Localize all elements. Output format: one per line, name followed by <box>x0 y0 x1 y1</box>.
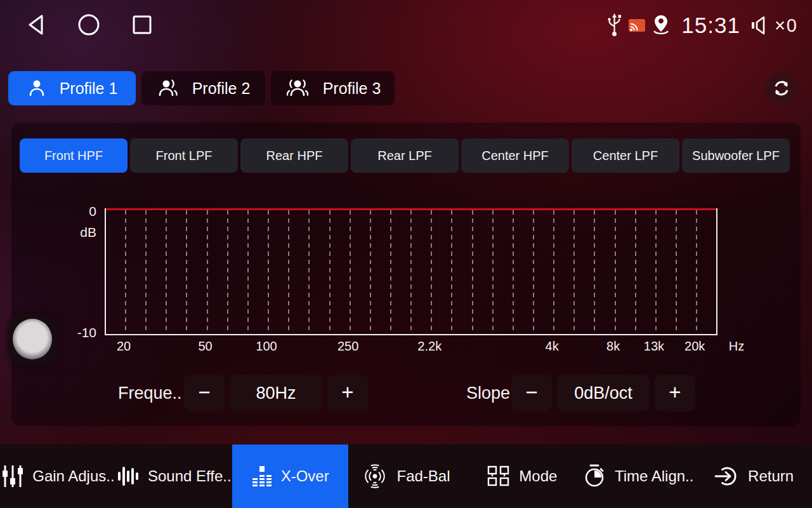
return-arrow-icon <box>714 464 740 488</box>
grid-line <box>370 210 371 334</box>
nav-label: Fad-Bal <box>396 467 450 485</box>
floating-knob-button[interactable] <box>8 314 57 364</box>
grid-line <box>125 210 126 334</box>
frequency-minus-button[interactable]: − <box>184 375 225 411</box>
x-axis-unit-label: Hz <box>729 339 744 354</box>
tab-label: Center LPF <box>593 149 658 163</box>
tab-label: Rear HPF <box>266 149 323 163</box>
usb-icon <box>606 12 622 39</box>
tab-subwoofer-lpf[interactable]: Subwoofer LPF <box>682 138 790 173</box>
grid-line <box>329 210 331 334</box>
tab-label: Front LPF <box>156 149 213 163</box>
tab-center-lpf[interactable]: Center LPF <box>572 138 679 173</box>
nav-label: Sound Effe.. <box>148 467 232 485</box>
nav-label: Gain Adjus.. <box>32 467 114 485</box>
nav-label: Mode <box>519 467 557 485</box>
minus-icon: − <box>525 380 537 404</box>
grid-line <box>451 210 452 334</box>
tab-label: Rear LPF <box>377 149 432 163</box>
frequency-plus-button[interactable]: + <box>327 375 368 411</box>
tab-center-hpf[interactable]: Center HPF <box>461 138 569 173</box>
y-axis-top-label: 0 <box>18 204 96 219</box>
person-sound-icon <box>157 78 180 98</box>
grid-line <box>472 210 473 334</box>
x-axis-tick-label: 20 <box>117 339 131 354</box>
nav-mode[interactable]: Mode <box>464 444 580 508</box>
tab-front-hpf[interactable]: Front HPF <box>20 138 128 173</box>
grid-line <box>533 210 534 334</box>
cast-icon <box>628 18 646 33</box>
sound-wave-icon <box>117 464 140 488</box>
profile-label: Profile 3 <box>323 79 381 98</box>
tab-front-lpf[interactable]: Front LPF <box>130 138 238 173</box>
grid-line <box>288 210 289 334</box>
nav-sound-effect[interactable]: Sound Effe.. <box>116 444 232 508</box>
nav-return[interactable]: Return <box>696 444 812 508</box>
x-axis-tick-label: 50 <box>198 339 212 354</box>
slope-plus-button[interactable]: + <box>655 375 695 411</box>
knob-ball-icon <box>13 319 52 359</box>
android-nav-bar <box>24 13 154 37</box>
nav-gain-adjust[interactable]: Gain Adjus.. <box>0 444 116 508</box>
location-icon <box>652 14 671 37</box>
y-axis-unit-label: dB <box>18 225 96 240</box>
grid-line <box>390 210 391 334</box>
mode-grid-icon <box>487 464 511 488</box>
grid-line <box>431 210 432 334</box>
tab-rear-hpf[interactable]: Rear HPF <box>240 138 348 173</box>
grid-line <box>410 210 412 334</box>
nav-time-align[interactable]: Time Align.. <box>580 444 696 508</box>
grid-line <box>553 210 554 334</box>
plus-icon: + <box>669 380 681 404</box>
x-axis-ticks: Hz 20501002502.2k4k8k13k20k <box>105 337 790 357</box>
sync-icon <box>771 78 792 98</box>
nav-label: Return <box>748 467 794 485</box>
back-icon[interactable] <box>24 13 47 37</box>
fader-balance-icon <box>362 464 388 489</box>
profile-row: Profile 1 Profile 2 <box>8 71 804 105</box>
grid-line <box>268 210 269 334</box>
status-indicators: 15:31 ×0 <box>606 9 798 42</box>
home-icon[interactable] <box>77 13 100 37</box>
stopwatch-icon <box>582 464 606 489</box>
profile-tab-1[interactable]: Profile 1 <box>8 71 136 105</box>
x-axis-tick-label: 4k <box>546 339 559 354</box>
grid-line <box>594 210 595 334</box>
frequency-control: Freque.. − 80Hz + <box>118 375 368 411</box>
x-axis-tick-label: 2.2k <box>417 339 442 354</box>
slope-control: Slope − 0dB/oct + <box>466 375 695 411</box>
tab-label: Front HPF <box>44 149 103 163</box>
xover-plot <box>105 208 717 335</box>
profile-label: Profile 1 <box>60 79 118 98</box>
slope-minus-button[interactable]: − <box>511 375 552 411</box>
bottom-nav: Gain Adjus.. Sound Effe.. <box>0 444 812 508</box>
tab-label: Subwoofer LPF <box>692 149 780 163</box>
tab-label: Center HPF <box>481 149 549 163</box>
frequency-value: 80Hz <box>230 375 322 411</box>
grid-line <box>696 210 697 334</box>
head-unit-screen: 15:31 ×0 Profile 1 <box>0 0 812 508</box>
grid-line <box>615 210 616 334</box>
grid-line <box>635 210 636 334</box>
x-axis-tick-label: 100 <box>256 339 277 354</box>
grid-line <box>207 210 208 334</box>
nav-fad-bal[interactable]: Fad-Bal <box>348 444 464 508</box>
filter-tabs: Front HPF Front LPF Rear HPF Rear LPF Ce… <box>20 138 790 173</box>
slope-value: 0dB/oct <box>557 375 650 411</box>
clock: 15:31 <box>681 13 740 38</box>
xover-panel: Front HPF Front LPF Rear HPF Rear LPF Ce… <box>11 123 801 426</box>
nav-label: Time Align.. <box>615 467 694 485</box>
profile-tab-2[interactable]: Profile 2 <box>141 71 265 105</box>
profile-tab-3[interactable]: Profile 3 <box>271 71 395 105</box>
volume-muted-icon <box>750 15 769 36</box>
nav-xover[interactable]: X-Over <box>232 444 348 508</box>
x-axis-tick-label: 8k <box>606 339 620 354</box>
grid-line <box>308 210 310 334</box>
refresh-button[interactable] <box>765 72 798 105</box>
plus-icon: + <box>341 380 353 404</box>
equalizer-icon <box>251 464 273 488</box>
x-axis-tick-label: 20k <box>684 339 705 354</box>
x-axis-tick-label: 13k <box>644 339 664 354</box>
recents-icon[interactable] <box>131 13 154 37</box>
tab-rear-lpf[interactable]: Rear LPF <box>351 138 459 173</box>
